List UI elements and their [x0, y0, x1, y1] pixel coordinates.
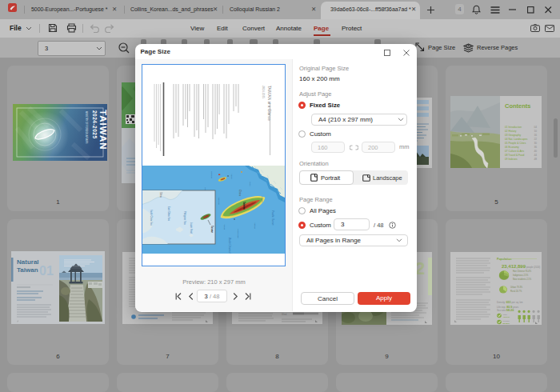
- svg-text:New residents 2.1%: New residents 2.1%: [513, 278, 532, 281]
- svg-text:MINISTRY OF FOREIGN AFFAIRS: MINISTRY OF FOREIGN AFFAIRS: [85, 111, 88, 144]
- svg-text:09 Indexes: 09 Indexes: [505, 158, 518, 161]
- svg-text:Kaohsiung: Kaohsiung: [237, 229, 239, 238]
- svg-text:03 Geography: 03 Geography: [505, 134, 522, 137]
- svg-text:Pacific Ocean: Pacific Ocean: [271, 210, 274, 226]
- svg-text:Rural 20.7%: Rural 20.7%: [510, 290, 522, 293]
- svg-text:01: 01: [39, 264, 54, 278]
- svg-text:44: 44: [534, 154, 537, 157]
- svg-text:49.04%: 49.04%: [503, 316, 510, 318]
- svg-text:Tainan: Tainan: [223, 224, 226, 230]
- svg-text:Keelung: Keelung: [210, 171, 213, 178]
- svg-text:36: 36: [534, 146, 537, 149]
- svg-text:Sex ratio 98.20: Sex ratio 98.20: [497, 309, 514, 312]
- svg-text:Taipei: Taipei: [230, 174, 233, 179]
- svg-text:Density: 651 per sq. km: Density: 651 per sq. km: [497, 301, 523, 304]
- svg-text:people (2024): people (2024): [526, 266, 540, 269]
- svg-text:40: 40: [534, 150, 537, 153]
- svg-text:04: 04: [534, 126, 537, 129]
- svg-text:Taitung: Taitung: [254, 222, 256, 229]
- svg-text:at a Glance: at a Glance: [106, 110, 107, 127]
- svg-text:Natural: Natural: [17, 258, 39, 266]
- svg-text:08 Travel & Food: 08 Travel & Food: [505, 154, 525, 157]
- svg-text:South China Sea: South China Sea: [150, 210, 153, 226]
- svg-text:50.96%: 50.96%: [503, 322, 510, 325]
- svg-text:48: 48: [534, 158, 537, 161]
- svg-text:Taiwan: Taiwan: [17, 266, 38, 274]
- svg-text:16: 16: [534, 134, 537, 137]
- svg-text:China: China: [238, 190, 242, 196]
- svg-text:04 Nat. Landscapes: 04 Nat. Landscapes: [505, 138, 528, 141]
- svg-text:01 Introduction: 01 Introduction: [505, 126, 522, 129]
- svg-text:2024-2025: 2024-2025: [262, 86, 265, 98]
- svg-text:Indigenous 2.5%: Indigenous 2.5%: [513, 274, 529, 277]
- svg-text:2024-2025: 2024-2025: [92, 110, 98, 139]
- svg-text:05 People & Cities: 05 People & Cities: [505, 142, 526, 145]
- svg-text:Taichung: Taichung: [218, 197, 220, 205]
- svg-text:Urban 79.3%: Urban 79.3%: [510, 286, 523, 289]
- svg-text:06 Economy: 06 Economy: [505, 146, 519, 149]
- svg-text:23,412,899: 23,412,899: [502, 264, 526, 269]
- svg-text:30: 30: [534, 142, 537, 145]
- svg-text:China: China: [159, 192, 162, 198]
- svg-text:Taiwan: Taiwan: [210, 226, 214, 234]
- svg-text:Luzon Strait: Luzon Strait: [190, 222, 193, 234]
- svg-text:Han Chinese 95.4%: Han Chinese 95.4%: [513, 270, 532, 273]
- svg-text:10: 10: [534, 130, 537, 133]
- svg-text:Population: Population: [497, 258, 512, 261]
- svg-text:TAIWAN: TAIWAN: [98, 110, 107, 150]
- svg-text:Yilan: Yilan: [249, 182, 251, 186]
- svg-text:East China Sea: East China Sea: [167, 206, 170, 222]
- svg-text:Philippine Sea: Philippine Sea: [183, 211, 186, 225]
- svg-text:Taiwan: Taiwan: [242, 202, 246, 210]
- svg-text:Hualien: Hualien: [261, 196, 263, 203]
- svg-text:07 Culture & Arts: 07 Culture & Arts: [505, 150, 525, 153]
- svg-text:Bashi Channel: Bashi Channel: [228, 238, 231, 254]
- svg-text:Wind: Wind: [282, 313, 287, 316]
- svg-text:Contents: Contents: [505, 102, 531, 110]
- svg-text:22: 22: [534, 138, 537, 141]
- svg-text:02 History: 02 History: [505, 130, 517, 133]
